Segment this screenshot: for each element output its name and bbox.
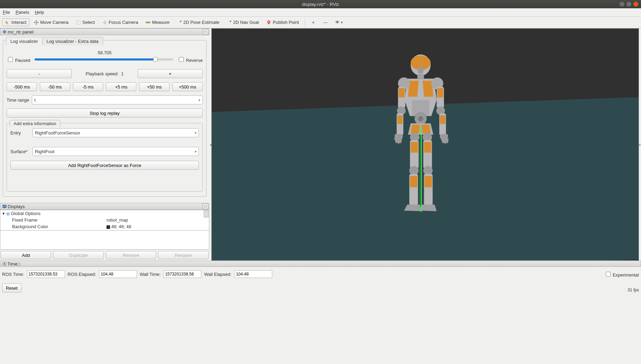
wall-time-input[interactable] — [163, 270, 201, 278]
mcrtc-panel-title: mc_rtc panel — [8, 29, 33, 35]
displays-duplicate-button[interactable]: Duplicate — [53, 251, 104, 259]
time-slider[interactable] — [35, 57, 173, 62]
subtab-add-extra-info[interactable]: Add extra information — [10, 120, 60, 127]
svg-point-3 — [268, 21, 270, 22]
arrow-green-icon — [227, 20, 232, 25]
menu-file[interactable]: File — [3, 10, 10, 15]
speed-plus-button[interactable]: + — [138, 69, 203, 78]
svg-point-38 — [423, 166, 433, 175]
tab-log-visualizer-extra[interactable]: Log visualizer - Extra data — [42, 37, 103, 45]
plus-icon: ＋ — [311, 19, 315, 26]
stop-log-replay-button[interactable]: Stop log replay — [7, 109, 203, 118]
pin-icon — [266, 20, 271, 25]
experimental-checkbox[interactable] — [606, 272, 611, 277]
tool-view[interactable]: 👁▾ — [332, 18, 346, 26]
entry-select[interactable]: RightFootForceSensor — [33, 128, 199, 137]
step-minus-500ms-button[interactable]: -500 ms — [7, 82, 37, 91]
displays-add-button[interactable]: Add — [1, 251, 51, 259]
time-close-button[interactable]: □ — [17, 261, 20, 267]
tree-bgcolor-value[interactable]: 48; 48; 48 — [107, 224, 207, 229]
minus-icon: — — [323, 20, 328, 25]
chevron-down-icon: ▾ — [341, 21, 343, 24]
add-sensor-button[interactable]: Add RightFootForceSensor as Force — [10, 161, 199, 170]
svg-rect-31 — [411, 142, 418, 152]
step-minus-50ms-button[interactable]: -50 ms — [40, 82, 70, 91]
paused-checkbox-label[interactable]: Paused — [7, 56, 30, 63]
menu-help[interactable]: Help — [35, 10, 44, 15]
window-maximize-button[interactable] — [626, 2, 631, 7]
step-plus-5ms-button[interactable]: +5 ms — [106, 82, 136, 91]
tool-measure[interactable]: Measure — [143, 18, 173, 26]
ros-elapsed-label: ROS Elapsed: — [68, 272, 96, 277]
step-plus-50ms-button[interactable]: +50 ms — [139, 82, 170, 91]
svg-marker-4 — [3, 30, 6, 34]
displays-panel-title: Displays — [8, 204, 25, 209]
arrow-green-icon — [177, 20, 182, 25]
svg-rect-18 — [399, 88, 404, 97]
ros-time-input[interactable] — [27, 270, 65, 278]
tool-publish-point[interactable]: Publish Point — [263, 18, 302, 26]
window-close-button[interactable] — [633, 2, 638, 7]
window-minimize-button[interactable] — [620, 2, 624, 7]
surface-label: Surface* — [10, 149, 30, 154]
svg-rect-0 — [77, 20, 81, 24]
displays-close-button[interactable]: □ — [203, 204, 208, 209]
displays-rename-button[interactable]: Rename — [158, 251, 209, 259]
experimental-checkbox-label[interactable]: Experimental — [604, 271, 639, 278]
playback-speed-label: Playback speed: 1 — [74, 71, 135, 76]
svg-rect-27 — [440, 115, 445, 124]
ros-elapsed-input[interactable] — [99, 270, 137, 278]
tool-add[interactable]: ＋ — [308, 18, 319, 27]
tab-log-visualizer[interactable]: Log visualizer — [6, 37, 43, 45]
step-plus-500ms-button[interactable]: +500 ms — [172, 82, 203, 91]
svg-point-14 — [418, 116, 423, 121]
eye-icon: 👁 — [335, 20, 340, 25]
step-minus-5ms-button[interactable]: -5 ms — [73, 82, 103, 91]
paused-checkbox[interactable] — [8, 57, 13, 62]
reverse-checkbox-label[interactable]: Reverse — [177, 56, 203, 63]
toolbar: Interact Move Camera Select Focus Camera… — [0, 17, 641, 28]
displays-panel-header: Displays □ — [0, 203, 209, 210]
timerange-select[interactable]: t — [32, 95, 203, 104]
3d-viewport[interactable] — [211, 28, 639, 261]
svg-rect-11 — [417, 74, 424, 78]
svg-point-32 — [409, 166, 419, 175]
tree-bgcolor-key: Background Color — [2, 224, 107, 229]
mcrtc-panel-header: mc_rtc panel □ — [0, 28, 209, 35]
tool-2d-nav-goal[interactable]: 2D Nav Goal — [224, 18, 262, 26]
time-value-label: 58.705 — [38, 50, 172, 55]
timerange-label: Time range — [7, 97, 29, 103]
tree-fixed-frame-value[interactable]: robot_map — [107, 217, 207, 223]
panel-close-button[interactable]: □ — [203, 29, 208, 35]
menubar: File Panels Help — [0, 8, 641, 17]
surface-select[interactable]: RightFoot — [33, 147, 199, 156]
displays-tree[interactable]: ▾ Global Options Fixed Framerobot_map Ba… — [0, 210, 209, 231]
time-panel-header: Time □ — [0, 261, 641, 267]
reset-button[interactable]: Reset — [2, 283, 21, 292]
monitor-icon — [2, 204, 7, 208]
wall-elapsed-input[interactable] — [234, 270, 272, 278]
tool-focus-camera[interactable]: Focus Camera — [99, 18, 141, 26]
tool-2d-pose-estimate[interactable]: 2D Pose Estimate — [174, 18, 222, 26]
scrollbar-thumb[interactable] — [204, 211, 209, 217]
tree-fixed-frame-key: Fixed Frame — [2, 217, 107, 223]
menu-panels[interactable]: Panels — [16, 10, 29, 15]
displays-description-box — [0, 231, 209, 250]
reverse-checkbox[interactable] — [179, 57, 184, 62]
robot-model — [376, 50, 466, 230]
svg-rect-21 — [397, 115, 403, 124]
pointer-icon — [5, 20, 10, 25]
focus-icon — [102, 20, 107, 25]
toolbar-separator — [305, 19, 305, 26]
tool-remove[interactable]: — — [320, 18, 331, 26]
entry-label: Entry — [10, 130, 30, 136]
tool-select[interactable]: Select — [73, 18, 98, 26]
tool-interact[interactable]: Interact — [2, 18, 29, 26]
splitter-right[interactable]: ▸ — [639, 28, 641, 261]
displays-remove-button[interactable]: Remove — [106, 251, 156, 259]
tool-move-camera[interactable]: Move Camera — [31, 18, 72, 26]
speed-minus-button[interactable]: - — [7, 69, 72, 78]
window-titlebar: display.rviz* - RViz — [0, 0, 641, 8]
panel-icon — [2, 30, 7, 34]
svg-rect-24 — [437, 88, 443, 97]
